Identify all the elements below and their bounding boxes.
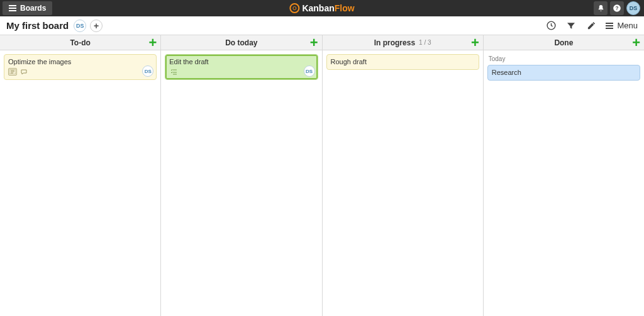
add-card-button[interactable]: +: [310, 36, 318, 50]
pencil-icon: [587, 21, 596, 30]
column: To-do+Optimize the imagesDS: [0, 35, 161, 316]
description-icon: [8, 68, 17, 76]
column: In progress1 / 3+Rough draft: [323, 35, 484, 316]
logo-text: KanbanFlow: [302, 3, 354, 13]
column-title: Done: [554, 38, 573, 47]
card-title: Optimize the images: [8, 58, 152, 65]
comment-icon: [19, 68, 28, 76]
board-title: My first board: [6, 20, 69, 31]
column-header: In progress1 / 3+: [323, 35, 483, 50]
column-header: Done+: [484, 35, 644, 50]
notifications-button[interactable]: [594, 1, 608, 15]
boards-button-label: Boards: [20, 4, 46, 13]
column: Do today+Edit the draftDS: [161, 35, 322, 316]
topbar-right: ? DS: [594, 1, 644, 15]
hamburger-icon: [9, 5, 16, 11]
edit-button[interactable]: [586, 20, 597, 31]
column-body[interactable]: Rough draft: [323, 50, 483, 316]
column-title: Do today: [225, 38, 257, 47]
boards-button[interactable]: Boards: [3, 1, 52, 15]
column-title: To-do: [70, 38, 90, 47]
add-card-button[interactable]: +: [471, 36, 479, 50]
column-header: Do today+: [161, 35, 321, 50]
column-body[interactable]: Optimize the imagesDS: [0, 50, 160, 316]
task-card[interactable]: Rough draft: [326, 54, 479, 70]
filter-button[interactable]: [565, 20, 577, 31]
card-title: Edit the draft: [169, 58, 313, 65]
clock-icon: [546, 20, 557, 31]
user-avatar-top[interactable]: DS: [626, 1, 640, 15]
board-member-avatar[interactable]: DS: [74, 20, 86, 32]
add-member-button[interactable]: +: [90, 20, 103, 32]
add-card-button[interactable]: +: [632, 36, 640, 50]
kanban-board: To-do+Optimize the imagesDSDo today+Edit…: [0, 35, 644, 316]
bell-icon: [597, 4, 605, 13]
app-logo[interactable]: KanbanFlow: [289, 3, 354, 13]
subtasks-icon: [169, 68, 178, 76]
filter-icon: [566, 21, 576, 31]
menu-button[interactable]: Menu: [606, 21, 638, 30]
timer-button[interactable]: [545, 20, 557, 31]
column-title: In progress: [374, 38, 415, 47]
help-icon: ?: [613, 4, 621, 13]
card-icons: [8, 68, 152, 76]
wip-limit: 1 / 3: [419, 39, 431, 46]
card-assignee-avatar[interactable]: DS: [304, 65, 315, 77]
topbar: Boards KanbanFlow ? DS: [0, 0, 644, 16]
task-card[interactable]: Optimize the imagesDS: [4, 54, 157, 80]
card-title: Rough draft: [331, 58, 475, 65]
menu-label: Menu: [617, 21, 638, 30]
menu-icon: [606, 23, 613, 29]
board-header-actions: Menu: [545, 20, 638, 31]
column-header: To-do+: [0, 35, 160, 50]
task-card[interactable]: Edit the draftDS: [165, 54, 318, 80]
card-title: Research: [492, 69, 636, 76]
board-header: My first board DS + Menu: [0, 16, 644, 35]
logo-icon: [289, 3, 299, 13]
help-button[interactable]: ?: [610, 1, 624, 15]
add-card-button[interactable]: +: [148, 36, 157, 50]
column-body[interactable]: TodayResearch: [484, 50, 644, 316]
card-icons: [169, 68, 313, 76]
column: Done+TodayResearch: [484, 35, 644, 316]
sublane-label: Today: [487, 54, 640, 65]
task-card[interactable]: Research: [487, 65, 640, 81]
svg-text:?: ?: [616, 6, 619, 11]
column-body[interactable]: Edit the draftDS: [161, 50, 321, 316]
